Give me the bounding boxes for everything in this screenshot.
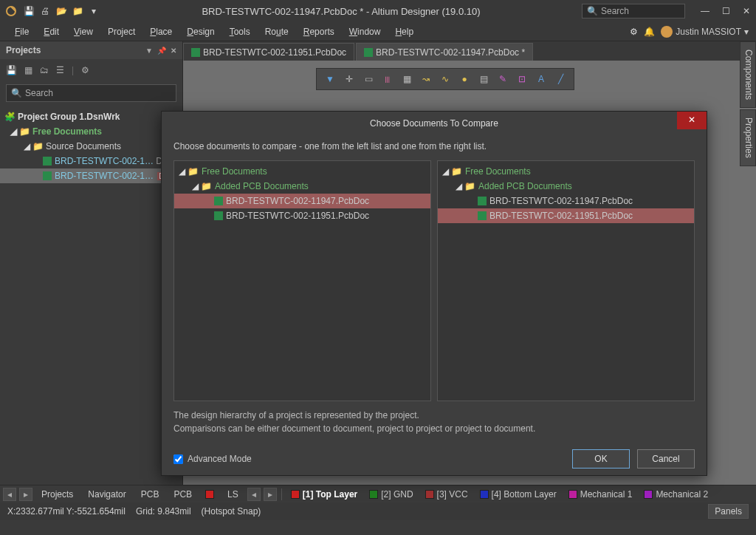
tree-doc-row[interactable]: BRD-TESTWTC-002-1… D — [0, 168, 182, 183]
print-icon[interactable]: 🖨 — [38, 4, 52, 18]
collapse-icon[interactable]: ◢ — [24, 141, 32, 151]
open-dropdown-icon[interactable]: ▾ — [87, 4, 100, 18]
app-logo-icon — [4, 4, 18, 18]
layer-next-arrow[interactable]: ▸ — [264, 488, 277, 501]
collapse-icon[interactable]: ◢ — [10, 126, 19, 137]
open2-icon[interactable]: 📁 — [71, 4, 84, 18]
save-icon[interactable]: 💾 — [22, 4, 35, 18]
notifications-icon[interactable]: 🔔 — [644, 27, 655, 37]
menu-reports[interactable]: Reports — [296, 22, 342, 41]
side-tab-properties[interactable]: Properties — [740, 109, 756, 166]
via-icon[interactable]: ● — [458, 73, 470, 85]
menu-file[interactable]: File — [7, 22, 36, 41]
window-title: BRD-TESTWTC-002-11947.PcbDoc * - Altium … — [100, 6, 582, 17]
menu-view[interactable]: View — [66, 22, 100, 41]
search-placeholder: Search — [601, 6, 629, 16]
workspace-icon: 🧩 — [4, 112, 15, 122]
projects-title: Projects — [6, 45, 41, 55]
pcb-doc-icon — [478, 211, 487, 220]
maximize-button[interactable]: ☐ — [721, 6, 731, 16]
tree-icon[interactable]: ☰ — [56, 65, 64, 75]
bottom-tab[interactable]: PCB — [168, 488, 198, 501]
menu-design[interactable]: Design — [179, 22, 221, 41]
projects-panel: Projects ▼ 📌 ✕ 💾 ▦ 🗂 ☰ | ⚙ 🔍 Search 🧩 Pr… — [0, 41, 183, 485]
color-swatch[interactable] — [201, 488, 219, 500]
panels-button[interactable]: Panels — [708, 504, 749, 519]
menu-place[interactable]: Place — [142, 22, 179, 41]
side-tab-components[interactable]: Components — [740, 41, 756, 108]
menu-window[interactable]: Window — [342, 22, 388, 41]
advanced-mode-checkbox[interactable]: Advanced Mode — [173, 454, 252, 464]
document-tab[interactable]: BRD-TESTWTC-002-11947.PcbDoc * — [356, 43, 533, 61]
text-icon[interactable]: A — [535, 73, 547, 85]
align-icon[interactable]: ⫼ — [382, 73, 394, 85]
list-item[interactable]: BRD-TESTWTC-002-11951.PcbDoc — [174, 208, 430, 223]
cancel-button[interactable]: Cancel — [637, 449, 695, 468]
document-tab[interactable]: BRD-TESTWTC-002-11951.PcbDoc — [183, 43, 354, 61]
compare-left-list[interactable]: ◢📁Free Documents ◢📁Added PCB Documents B… — [173, 160, 431, 401]
next-arrow[interactable]: ▸ — [19, 488, 32, 501]
wave-icon[interactable]: ∿ — [439, 73, 451, 85]
panel-close-icon[interactable]: ✕ — [171, 47, 176, 55]
project-group-row[interactable]: 🧩 Project Group 1.DsnWrk — [0, 109, 182, 124]
avatar-icon — [661, 26, 673, 38]
save-all-icon[interactable]: 💾 — [6, 65, 17, 75]
menu-help[interactable]: Help — [388, 22, 421, 41]
edit-icon[interactable]: ✎ — [497, 73, 509, 85]
close-button[interactable]: ✕ — [741, 6, 752, 16]
dropdown-icon[interactable]: ▼ — [145, 47, 153, 55]
pcb-doc-icon — [191, 48, 200, 57]
select-icon[interactable]: ▭ — [362, 73, 374, 85]
tree-doc-row[interactable]: BRD-TESTWTC-002-1… D — [0, 154, 182, 168]
source-documents-row[interactable]: ◢ 📁 Source Documents — [0, 139, 182, 154]
prev-arrow[interactable]: ◂ — [3, 488, 16, 501]
dialog-close-button[interactable]: ✕ — [677, 112, 707, 129]
ls-button[interactable]: LS — [221, 488, 244, 501]
pcb-doc-icon — [43, 157, 52, 166]
minimize-button[interactable]: — — [700, 6, 710, 16]
settings-icon[interactable]: ⚙ — [630, 27, 638, 37]
menu-edit[interactable]: Edit — [36, 22, 66, 41]
list-item[interactable]: BRD-TESTWTC-002-11947.PcbDoc — [174, 194, 430, 208]
pin-icon[interactable]: 📌 — [157, 47, 166, 55]
layer-chip[interactable]: [1] Top Layer — [286, 488, 362, 501]
dialog-title-bar: Choose Documents To Compare ✕ — [162, 112, 707, 135]
open-icon[interactable]: 📂 — [55, 4, 68, 18]
move-icon[interactable]: ✛ — [343, 73, 355, 85]
layer-chip[interactable]: [3] VCC — [421, 488, 472, 501]
filter-icon[interactable]: ▼ — [324, 73, 336, 85]
layer-icon[interactable]: ▤ — [478, 73, 489, 85]
settings2-icon[interactable]: ⚙ — [81, 65, 89, 75]
global-search[interactable]: 🔍 Search — [582, 4, 685, 18]
bottom-tab[interactable]: Navigator — [82, 488, 131, 501]
layer-prev-arrow[interactable]: ◂ — [247, 488, 261, 501]
free-documents-row[interactable]: ◢ 📁 Free Documents — [0, 124, 182, 139]
user-menu[interactable]: Justin MASSIOT ▾ — [661, 26, 749, 38]
projects-header[interactable]: Projects ▼ 📌 ✕ — [0, 41, 182, 59]
dialog-footer: Advanced Mode OK Cancel — [162, 443, 707, 475]
menu-route[interactable]: Route — [258, 22, 296, 41]
layer-chip[interactable]: [2] GND — [365, 488, 417, 501]
list-item[interactable]: BRD-TESTWTC-002-11951.PcbDoc — [438, 208, 694, 223]
layer-chip[interactable]: Mechanical 1 — [564, 488, 637, 501]
component-icon[interactable]: ▦ — [401, 73, 413, 85]
list-item[interactable]: BRD-TESTWTC-002-11947.PcbDoc — [438, 194, 694, 208]
menu-project[interactable]: Project — [100, 22, 142, 41]
status-coordinates: X:2332.677mil Y:-5521.654mil — [7, 506, 126, 517]
folder-icon[interactable]: 🗂 — [40, 65, 49, 75]
route-icon[interactable]: ↝ — [420, 73, 432, 85]
ok-button[interactable]: OK — [572, 449, 630, 468]
status-grid: Grid: 9.843mil — [136, 506, 191, 517]
projects-search[interactable]: 🔍 Search — [6, 84, 176, 102]
pcb-doc-icon — [214, 197, 223, 205]
compile-icon[interactable]: ▦ — [24, 65, 32, 75]
window-controls: — ☐ ✕ — [700, 6, 752, 16]
line-icon[interactable]: ╱ — [554, 73, 566, 85]
bottom-tab[interactable]: Projects — [35, 488, 79, 501]
bottom-tab[interactable]: PCB — [135, 488, 165, 501]
dimension-icon[interactable]: ⊡ — [516, 73, 528, 85]
layer-chip[interactable]: Mechanical 2 — [639, 488, 712, 501]
compare-right-list[interactable]: ◢📁Free Documents ◢📁Added PCB Documents B… — [437, 160, 695, 401]
layer-chip[interactable]: [4] Bottom Layer — [475, 488, 561, 501]
menu-tools[interactable]: Tools — [222, 22, 258, 41]
